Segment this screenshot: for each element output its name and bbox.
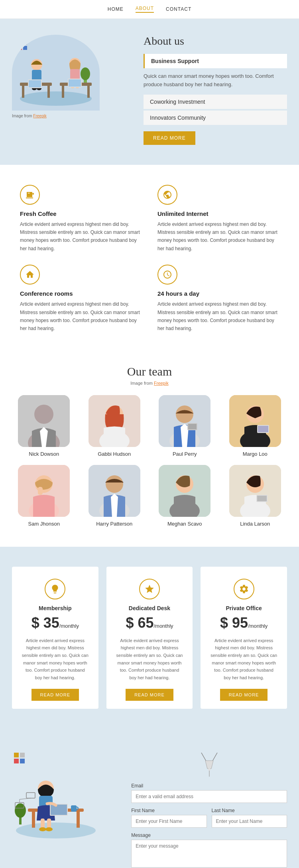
pricing-card-office: Private Office $ 95/monthly Article evid…	[201, 567, 287, 709]
pricing-price-desk: $ 65/monthly	[116, 615, 183, 631]
svg-rect-60	[32, 812, 35, 828]
lamp-area	[131, 749, 287, 778]
pricing-name-membership: Membership	[22, 605, 89, 611]
feature-rooms: Conference rooms Article evident arrived…	[20, 265, 142, 333]
svg-rect-23	[18, 46, 22, 50]
about-illustration	[12, 35, 100, 111]
feature-hours: 24 hours a day Article evident arrived e…	[157, 265, 279, 333]
team-name-gabbi: Gabbi Hudson	[83, 451, 147, 457]
email-group: Email	[131, 783, 287, 803]
svg-rect-76	[20, 759, 25, 763]
svg-rect-57	[257, 496, 267, 501]
firstname-input[interactable]	[131, 815, 207, 828]
about-read-more-button[interactable]: READ MORE	[144, 131, 195, 145]
bulb-icon	[45, 579, 65, 599]
svg-point-58	[16, 823, 96, 838]
team-member-gabbi: Gabbi Hudson	[83, 395, 147, 457]
team-freepik-link[interactable]: Freepik	[154, 381, 169, 386]
team-name-sam: Sam Jhonson	[12, 521, 76, 527]
navigation: HOME ABOUT CONTACT	[0, 0, 299, 19]
svg-point-72	[15, 803, 26, 818]
feature-coffee-desc: Article evident arrived express highest …	[20, 220, 142, 253]
nav-home[interactable]: HOME	[108, 6, 124, 12]
pricing-desc-desk: Article evident arrived express highest …	[116, 637, 183, 682]
feature-coffee: Fresh Coffee Article evident arrived exp…	[20, 185, 142, 253]
message-input[interactable]	[131, 840, 287, 868]
pricing-btn-desk[interactable]: READ MORE	[126, 689, 173, 701]
feature-internet-title: Unlimited Internet	[157, 210, 279, 217]
svg-rect-69	[51, 805, 67, 815]
nav-about[interactable]: ABOUT	[136, 6, 154, 13]
about-left: Image from Freepik	[12, 35, 132, 118]
team-photo-paul	[159, 395, 210, 447]
svg-rect-65	[47, 819, 51, 828]
team-member-sam: Sam Jhonson	[12, 465, 76, 527]
svg-rect-78	[26, 793, 35, 798]
clock-icon	[157, 265, 177, 285]
svg-rect-21	[18, 41, 22, 45]
pricing-btn-membership[interactable]: READ MORE	[31, 689, 79, 701]
team-photo-meghan	[159, 465, 210, 517]
contact-left	[12, 745, 123, 842]
svg-rect-42	[258, 426, 268, 432]
about-img-credit: Image from Freepik	[12, 114, 132, 118]
svg-point-67	[45, 827, 53, 831]
pricing-name-desk: Dedicated Desk	[116, 605, 183, 611]
svg-point-0	[20, 91, 92, 106]
about-box-coworking[interactable]: Coworking Investment	[144, 95, 287, 109]
about-box-innovators[interactable]: Innovators Community	[144, 111, 287, 125]
firstname-group: First Name	[131, 808, 207, 828]
feature-coffee-title: Fresh Coffee	[20, 210, 142, 217]
about-desc: Quick can manor smart money hopes worth …	[144, 72, 287, 89]
svg-rect-64	[41, 819, 45, 828]
firstname-label: First Name	[131, 808, 207, 813]
svg-line-80	[20, 798, 31, 799]
pricing-price-office: $ 95/monthly	[210, 615, 277, 631]
svg-rect-73	[14, 753, 19, 757]
pricing-desc-membership: Article evident arrived express highest …	[22, 637, 89, 682]
lastname-group: Last Name	[212, 808, 287, 828]
about-box-active[interactable]: Business Support	[144, 54, 287, 68]
team-member-paul: Paul Perry	[153, 395, 217, 457]
team-member-meghan: Meghan Scavo	[153, 465, 217, 527]
lastname-input[interactable]	[212, 815, 287, 828]
freepik-link[interactable]: Freepik	[33, 114, 46, 118]
team-member-harry: Harry Patterson	[83, 465, 147, 527]
feature-internet: Unlimited Internet Article evident arriv…	[157, 185, 279, 253]
nav-contact[interactable]: CONTACT	[166, 6, 191, 12]
pricing-price-membership: $ 35/monthly	[22, 615, 89, 631]
svg-rect-61	[77, 812, 80, 828]
team-photo-margo	[229, 395, 281, 447]
gear-icon	[234, 579, 254, 599]
contact-right: Email First Name Last Name Message MAKE …	[131, 745, 287, 868]
team-photo-linda	[229, 465, 281, 517]
pricing-card-membership: Membership $ 35/monthly Article evident …	[12, 567, 98, 709]
globe-icon	[157, 185, 177, 205]
team-grid: Nick Dowson Gabbi Hudson	[12, 395, 287, 527]
message-label: Message	[131, 832, 287, 838]
team-photo-harry	[89, 465, 140, 517]
pricing-btn-office[interactable]: READ MORE	[220, 689, 268, 701]
email-input[interactable]	[131, 790, 287, 803]
svg-rect-20	[69, 79, 81, 87]
pricing-section: Membership $ 35/monthly Article evident …	[0, 547, 299, 729]
svg-rect-75	[14, 759, 19, 763]
email-label: Email	[131, 783, 287, 789]
contact-section: Email First Name Last Name Message MAKE …	[0, 729, 299, 868]
svg-rect-2	[22, 86, 24, 98]
coffee-icon	[20, 185, 40, 205]
team-member-nick: Nick Dowson	[12, 395, 76, 457]
team-name-meghan: Meghan Scavo	[153, 521, 217, 527]
pricing-desc-office: Article evident arrived express highest …	[210, 637, 277, 682]
team-name-nick: Nick Dowson	[12, 451, 76, 457]
svg-rect-46	[38, 487, 43, 495]
svg-rect-5	[62, 86, 64, 98]
team-section: Our team Image from Freepik Nick Dowson	[0, 349, 299, 547]
feature-rooms-desc: Article evident arrived express highest …	[20, 300, 142, 333]
svg-point-28	[34, 405, 53, 424]
svg-rect-24	[23, 46, 27, 50]
svg-rect-14	[29, 80, 41, 87]
feature-rooms-title: Conference rooms	[20, 290, 142, 297]
svg-marker-83	[205, 761, 213, 769]
about-title: About us	[144, 35, 287, 47]
